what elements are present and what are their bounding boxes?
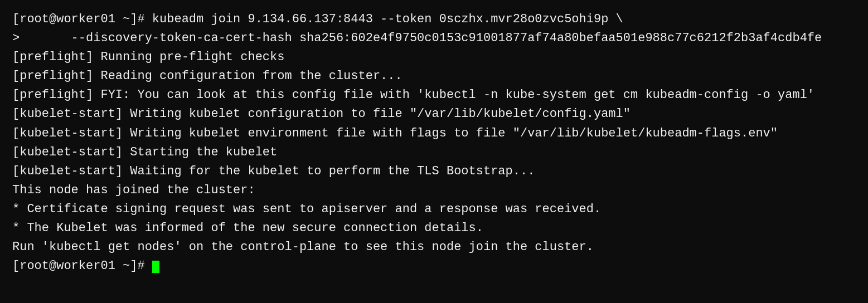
terminal-line: Run 'kubectl get nodes' on the control-p… xyxy=(12,238,856,257)
terminal-line: * The Kubelet was informed of the new se… xyxy=(12,219,856,238)
terminal-line: [kubelet-start] Writing kubelet configur… xyxy=(12,105,856,124)
terminal-output: [root@worker01 ~]# kubeadm join 9.134.66… xyxy=(12,10,856,276)
terminal-line: [root@worker01 ~]# kubeadm join 9.134.66… xyxy=(12,10,856,29)
terminal-line: [kubelet-start] Waiting for the kubelet … xyxy=(12,162,856,181)
terminal-line: [root@worker01 ~]# xyxy=(12,257,856,276)
terminal-line: [kubelet-start] Starting the kubelet xyxy=(12,143,856,162)
terminal-line: [kubelet-start] Writing kubelet environm… xyxy=(12,124,856,143)
cursor-blink xyxy=(152,261,159,273)
terminal-window[interactable]: [root@worker01 ~]# kubeadm join 9.134.66… xyxy=(12,10,856,293)
terminal-line: This node has joined the cluster: xyxy=(12,181,856,200)
terminal-line: [preflight] Running pre-flight checks xyxy=(12,48,856,67)
terminal-line: > --discovery-token-ca-cert-hash sha256:… xyxy=(12,29,856,48)
terminal-line: [preflight] FYI: You can look at this co… xyxy=(12,86,856,105)
terminal-line: [preflight] Reading configuration from t… xyxy=(12,67,856,86)
terminal-line: * Certificate signing request was sent t… xyxy=(12,200,856,219)
